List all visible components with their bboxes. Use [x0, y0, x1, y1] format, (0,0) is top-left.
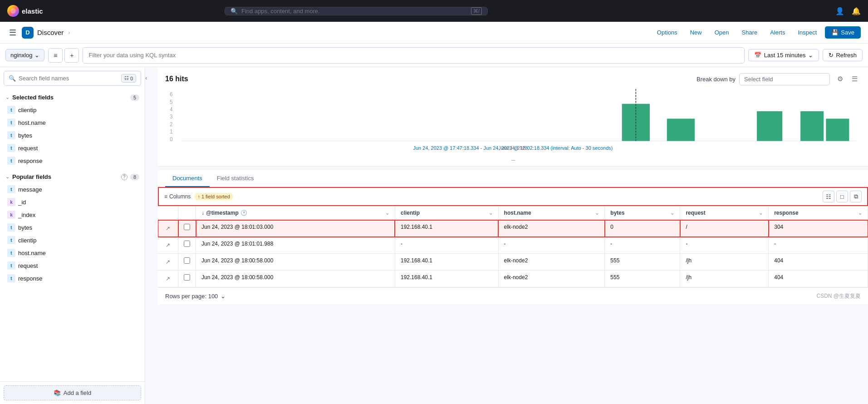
row-check-cell[interactable]: [178, 220, 196, 237]
rows-per-page-selector[interactable]: Rows per page: 100 ⌄: [165, 293, 226, 300]
selected-fields-header[interactable]: ⌄ Selected fields 5: [4, 91, 141, 103]
clientip-col-header[interactable]: clientip ⌄: [395, 206, 498, 220]
row-timestamp: Jun 24, 2023 @ 18:01:03.000: [196, 220, 395, 237]
row-expand-cell[interactable]: ↗: [158, 254, 178, 271]
popular-help-icon[interactable]: ?: [121, 174, 128, 180]
list-item[interactable]: t clientip: [4, 234, 141, 246]
save-button[interactable]: 💾 Save: [825, 26, 861, 39]
kql-input[interactable]: [83, 47, 744, 64]
list-item[interactable]: t clientip: [4, 103, 141, 116]
popular-fields-header[interactable]: ⌄ Popular fields ? 8: [4, 171, 141, 183]
row-expand-button[interactable]: ↗: [163, 274, 172, 283]
new-button[interactable]: New: [686, 27, 706, 38]
add-field-button[interactable]: 📚 Add a field: [4, 385, 141, 400]
list-item[interactable]: k _id: [4, 196, 141, 208]
expand-drag-handle[interactable]: ⎯: [165, 153, 861, 164]
row-checkbox[interactable]: [184, 241, 190, 247]
inspect-button[interactable]: Inspect: [793, 27, 821, 38]
svg-text:17:53: 17:53: [446, 143, 457, 143]
options-button[interactable]: Options: [652, 27, 682, 38]
hits-header: 16 hits Break down by Select field ⚙ ☰: [165, 73, 861, 85]
response-col-header[interactable]: response ⌄: [769, 206, 868, 220]
index-selector[interactable]: nginxlog ⌄: [5, 49, 44, 61]
row-check-cell[interactable]: [178, 237, 196, 254]
global-search-bar[interactable]: 🔍 ⌘/: [225, 7, 488, 15]
global-search-input[interactable]: [241, 8, 467, 15]
filter-options-button[interactable]: ≡: [48, 48, 63, 63]
bell-icon[interactable]: 🔔: [852, 7, 861, 15]
list-item[interactable]: k _index: [4, 208, 141, 221]
add-field-icon: 📚: [54, 389, 61, 396]
search-kbd: ⌘/: [471, 7, 482, 15]
chart-settings-button[interactable]: ⚙: [834, 73, 846, 85]
hostname-col-header[interactable]: host.name ⌄: [498, 206, 605, 220]
row-expand-cell[interactable]: ↗: [158, 271, 178, 287]
row-check-cell[interactable]: [178, 271, 196, 287]
clientip-filter-icon[interactable]: ⌄: [489, 210, 493, 216]
row-checkbox[interactable]: [184, 257, 190, 264]
list-item[interactable]: t message: [4, 183, 141, 196]
table-expand-button[interactable]: ⧉: [850, 191, 862, 202]
list-item[interactable]: t bytes: [4, 129, 141, 142]
request-filter-icon[interactable]: ⌄: [759, 210, 763, 216]
bytes-col-header[interactable]: bytes ⌄: [605, 206, 680, 220]
list-item[interactable]: t response: [4, 154, 141, 167]
tab-field-statistics[interactable]: Field statistics: [210, 170, 261, 187]
request-col-label: request: [686, 210, 705, 216]
hostname-filter-icon[interactable]: ⌄: [595, 210, 599, 216]
timestamp-col-header[interactable]: ↓ @timestamp 🕐 ⌄: [196, 206, 395, 220]
columns-icon: ≡: [164, 193, 167, 200]
field-type-t: t: [7, 118, 15, 127]
watermark: CSDN @生夏复夏: [816, 292, 861, 300]
svg-text:17:54: 17:54: [490, 143, 502, 143]
tab-documents[interactable]: Documents: [165, 170, 210, 187]
row-expand-cell[interactable]: ↗: [158, 237, 178, 254]
share-button[interactable]: Share: [737, 27, 762, 38]
columns-bar: ≡ Columns ↑ 1 field sorted ☷ □ ⧉: [158, 187, 868, 206]
list-item[interactable]: t host.name: [4, 246, 141, 259]
open-button[interactable]: Open: [710, 27, 734, 38]
field-name-clientip: clientip: [18, 107, 36, 113]
field-type-t: t: [7, 157, 15, 165]
sidebar-collapse-button[interactable]: ‹: [145, 67, 158, 404]
svg-text:0: 0: [170, 136, 172, 142]
refresh-button[interactable]: ↻ Refresh: [823, 49, 863, 61]
svg-text:18:01: 18:01: [827, 143, 839, 143]
row-expand-button[interactable]: ↗: [163, 257, 172, 266]
table-fullscreen-button[interactable]: □: [836, 191, 848, 202]
hamburger-button[interactable]: ☰: [7, 26, 18, 39]
list-item[interactable]: t host.name: [4, 116, 141, 129]
table-columns-button[interactable]: ☷: [823, 191, 834, 202]
alerts-button[interactable]: Alerts: [765, 27, 790, 38]
row-check-cell[interactable]: [178, 254, 196, 271]
user-icon[interactable]: 👤: [835, 7, 844, 15]
row-checkbox[interactable]: [184, 274, 190, 281]
chart-options-button[interactable]: ☰: [848, 73, 861, 85]
app-badge: D: [22, 27, 34, 39]
bytes-filter-icon[interactable]: ⌄: [670, 210, 674, 216]
timestamp-filter-icon[interactable]: ⌄: [385, 210, 389, 216]
popular-field-request: request: [18, 262, 38, 269]
field-type-t: t: [7, 106, 15, 114]
list-item[interactable]: t request: [4, 259, 141, 272]
add-filter-button[interactable]: +: [64, 48, 79, 63]
row-expand-button[interactable]: ↗: [163, 241, 172, 250]
row-request: /jh: [680, 254, 769, 271]
row-expand-button[interactable]: ↗: [163, 224, 172, 233]
time-range-picker[interactable]: 📅 Last 15 minutes ⌄: [748, 49, 819, 61]
row-checkbox[interactable]: [184, 224, 190, 230]
breakdown-field-select[interactable]: Select field: [739, 73, 830, 85]
list-item[interactable]: t request: [4, 142, 141, 154]
response-filter-icon[interactable]: ⌄: [858, 210, 862, 216]
svg-text:17:55: 17:55: [535, 143, 547, 143]
request-col-header[interactable]: request ⌄: [680, 206, 769, 220]
elastic-logo[interactable]: elastic: [7, 5, 48, 17]
field-type-k: k: [7, 198, 15, 206]
list-item[interactable]: t response: [4, 272, 141, 285]
list-item[interactable]: t bytes: [4, 221, 141, 234]
row-expand-cell[interactable]: ↗: [158, 220, 178, 237]
search-fields-input[interactable]: [19, 75, 118, 82]
filter-bar: nginxlog ⌄ ≡ + 📅 Last 15 minutes ⌄ ↻ Ref…: [0, 44, 868, 67]
field-type-t: t: [7, 185, 15, 193]
save-icon: 💾: [831, 29, 839, 36]
